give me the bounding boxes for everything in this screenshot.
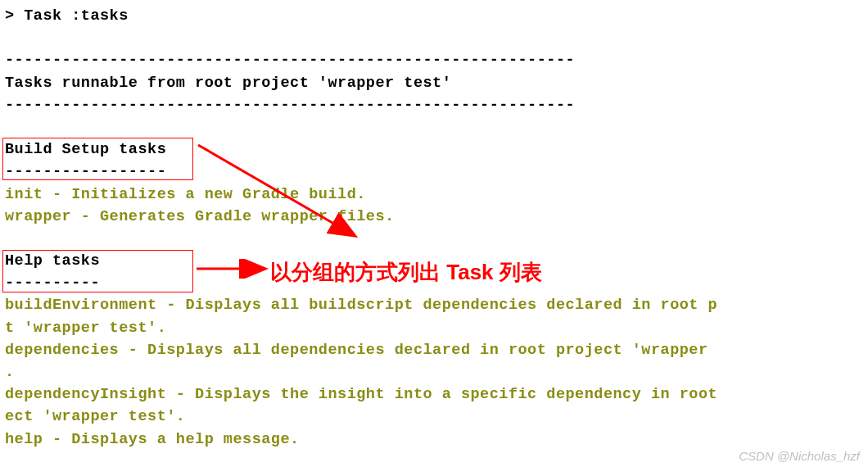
blank-line: [5, 116, 868, 138]
separator: ----------------------------------------…: [5, 49, 868, 71]
section-underline: -----------------: [5, 161, 868, 183]
task-line: buildEnvironment - Displays all buildscr…: [5, 294, 868, 316]
task-line: dependencyInsight - Displays the insight…: [5, 383, 868, 406]
task-line: wrapper - Generates Gradle wrapper files…: [5, 206, 868, 228]
section-heading-build-setup: Build Setup tasks: [5, 138, 868, 161]
tasks-title: Tasks runnable from root project 'wrappe…: [5, 72, 868, 94]
separator: ----------------------------------------…: [5, 94, 868, 116]
watermark: CSDN @Nicholas_hzf: [739, 447, 860, 465]
task-line: dependencies - Displays all dependencies…: [5, 339, 868, 361]
annotation-text: 以分组的方式列出 Task 列表: [270, 256, 542, 288]
task-line: init - Initializes a new Gradle build.: [5, 184, 868, 206]
task-line: ect 'wrapper test'.: [5, 406, 868, 428]
task-command: > Task :tasks: [5, 5, 868, 27]
blank-line: [5, 27, 868, 49]
task-line: t 'wrapper test'.: [5, 317, 868, 339]
task-line: .: [5, 361, 868, 383]
blank-line: [5, 228, 868, 250]
